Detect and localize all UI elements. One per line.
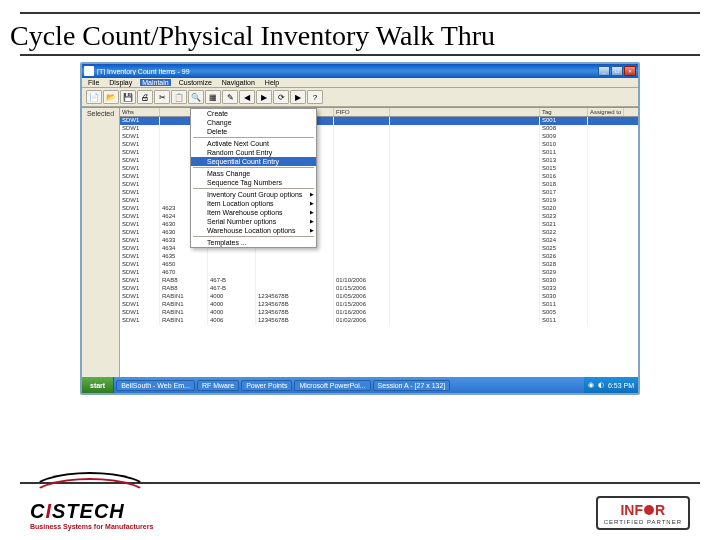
cell-fill xyxy=(390,213,540,221)
cell-fifo xyxy=(334,237,390,245)
cell-fifo xyxy=(334,133,390,141)
taskbar-item[interactable]: BellSouth - Web Em... xyxy=(116,380,195,391)
tb-grid-icon[interactable]: ▦ xyxy=(205,90,221,104)
infor-logo: INFR CERTIFIED PARTNER xyxy=(596,496,690,530)
cell-item: 4635 xyxy=(160,253,208,261)
tb-copy-icon[interactable]: 📋 xyxy=(171,90,187,104)
cell-qty xyxy=(256,277,334,285)
tb-print-icon[interactable]: 🖨 xyxy=(137,90,153,104)
col-whs[interactable]: Whs xyxy=(120,108,160,116)
menu-item-activate-next-count[interactable]: Activate Next Count xyxy=(191,139,316,148)
cell-fifo xyxy=(334,125,390,133)
cell-fill xyxy=(390,141,540,149)
table-row[interactable]: SDW1RABIN1400012345678B01/16/2006S005 xyxy=(120,309,638,317)
table-row[interactable]: SDW1RAB8467-B01/10/2006S030 xyxy=(120,277,638,285)
col-assigned[interactable]: Assigned to xyxy=(588,108,624,116)
menu-item-create[interactable]: Create xyxy=(191,109,316,118)
table-row[interactable]: SDW1RAB8467-B01/15/2006S033 xyxy=(120,285,638,293)
cell-item: RABIN1 xyxy=(160,309,208,317)
tb-play-icon[interactable]: ▶ xyxy=(290,90,306,104)
tb-edit-icon[interactable]: ✎ xyxy=(222,90,238,104)
cell-fifo xyxy=(334,269,390,277)
menu-item-warehouse-location-options[interactable]: Warehouse Location options xyxy=(191,226,316,235)
cell-fifo xyxy=(334,213,390,221)
taskbar-item[interactable]: Power Points xyxy=(241,380,292,391)
tb-find-icon[interactable]: 🔍 xyxy=(188,90,204,104)
cistech-logo: CISTECH Business Systems for Manufacture… xyxy=(30,472,153,530)
tb-help-icon[interactable]: ? xyxy=(307,90,323,104)
app-icon xyxy=(84,66,94,76)
table-row[interactable]: SDW14650S028 xyxy=(120,261,638,269)
cell-tag: S029 xyxy=(540,269,588,277)
tb-open-icon[interactable]: 📂 xyxy=(103,90,119,104)
menu-item-inventory-count-group-options[interactable]: Inventory Count Group options xyxy=(191,190,316,199)
tb-back-icon[interactable]: ◀ xyxy=(239,90,255,104)
table-row[interactable]: SDW1RABIN1400612345678B01/02/2006S011 xyxy=(120,317,638,325)
start-button[interactable]: start xyxy=(82,377,114,393)
menu-item-item-location-options[interactable]: Item Location options xyxy=(191,199,316,208)
menu-item-random-count-entry[interactable]: Random Count Entry xyxy=(191,148,316,157)
menu-item-item-warehouse-options[interactable]: Item Warehouse options xyxy=(191,208,316,217)
window-title: [T] Inventory Count Items - 99 xyxy=(97,68,598,75)
cell-fill xyxy=(390,309,540,317)
table-row[interactable]: SDW1RABIN1400012345678B01/15/2006S011 xyxy=(120,301,638,309)
cell-fifo xyxy=(334,181,390,189)
menu-item-change[interactable]: Change xyxy=(191,118,316,127)
infor-subtitle: CERTIFIED PARTNER xyxy=(604,519,682,525)
minimize-button[interactable]: _ xyxy=(598,66,610,76)
cell-item: 4670 xyxy=(160,269,208,277)
cell-fill xyxy=(390,261,540,269)
maximize-button[interactable]: □ xyxy=(611,66,623,76)
menu-item-templates-[interactable]: Templates ... xyxy=(191,238,316,247)
cell-whs: SDW1 xyxy=(120,205,160,213)
cell-whs: SDW1 xyxy=(120,157,160,165)
tb-new-icon[interactable]: 📄 xyxy=(86,90,102,104)
cell-tag: S021 xyxy=(540,221,588,229)
toolbar: 📄 📂 💾 🖨 ✂ 📋 🔍 ▦ ✎ ◀ ▶ ⟳ ▶ ? xyxy=(82,88,638,107)
cell-fifo xyxy=(334,245,390,253)
menu-item-delete[interactable]: Delete xyxy=(191,127,316,136)
menu-item-sequence-tag-numbers[interactable]: Sequence Tag Numbers xyxy=(191,178,316,187)
table-row[interactable]: SDW14670S029 xyxy=(120,269,638,277)
menu-separator xyxy=(193,236,314,237)
cell-whs: SDW1 xyxy=(120,285,160,293)
menu-display[interactable]: Display xyxy=(107,79,134,86)
tb-fwd-icon[interactable]: ▶ xyxy=(256,90,272,104)
cell-fifo xyxy=(334,221,390,229)
cell-fill xyxy=(390,173,540,181)
tray-icon[interactable]: ◉ xyxy=(588,381,594,389)
table-row[interactable]: SDW1RABIN1400012345678B01/05/2006S030 xyxy=(120,293,638,301)
col-fifo[interactable]: FIFO xyxy=(334,108,390,116)
cell-tag: S011 xyxy=(540,317,588,325)
menu-separator xyxy=(193,167,314,168)
cell-tag: S022 xyxy=(540,229,588,237)
table-row[interactable]: SDW14635S026 xyxy=(120,253,638,261)
cell-qty xyxy=(256,253,334,261)
col-tag[interactable]: Tag xyxy=(540,108,588,116)
tb-save-icon[interactable]: 💾 xyxy=(120,90,136,104)
menu-item-sequential-count-entry[interactable]: Sequential Count Entry xyxy=(191,157,316,166)
menu-customize[interactable]: Customize xyxy=(177,79,214,86)
menubar: FileDisplayMaintainCustomizeNavigationHe… xyxy=(82,78,638,88)
taskbar-item[interactable]: Session A - [27 x 132] xyxy=(373,380,451,391)
cell-fifo xyxy=(334,173,390,181)
menu-separator xyxy=(193,188,314,189)
sidebar-tab-selected[interactable]: Selected xyxy=(82,108,120,377)
menu-navigation[interactable]: Navigation xyxy=(220,79,257,86)
menu-item-serial-number-options[interactable]: Serial Number options xyxy=(191,217,316,226)
tb-refresh-icon[interactable]: ⟳ xyxy=(273,90,289,104)
cell-qty xyxy=(256,269,334,277)
cell-whs: SDW1 xyxy=(120,213,160,221)
tray-icon[interactable]: ◐ xyxy=(598,381,604,389)
menu-help[interactable]: Help xyxy=(263,79,281,86)
cell-whs: SDW1 xyxy=(120,237,160,245)
close-button[interactable]: × xyxy=(624,66,636,76)
menu-file[interactable]: File xyxy=(86,79,101,86)
menu-maintain[interactable]: Maintain xyxy=(140,79,170,86)
cell-fifo: 01/02/2006 xyxy=(334,317,390,325)
tb-cut-icon[interactable]: ✂ xyxy=(154,90,170,104)
menu-item-mass-change[interactable]: Mass Change xyxy=(191,169,316,178)
cell-qty xyxy=(256,261,334,269)
taskbar-item[interactable]: RF Mware xyxy=(197,380,239,391)
taskbar-item[interactable]: Microsoft PowerPoi... xyxy=(294,380,370,391)
